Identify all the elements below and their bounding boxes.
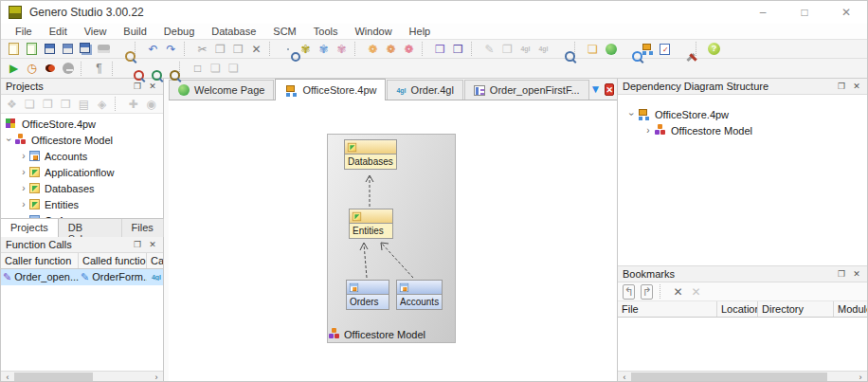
node-orders[interactable]: Orders bbox=[346, 280, 389, 310]
menu-help[interactable]: Help bbox=[401, 26, 440, 37]
open-file-icon[interactable] bbox=[23, 41, 41, 57]
scroll-left-icon[interactable]: ‹ bbox=[618, 372, 631, 382]
print-preview-icon[interactable] bbox=[113, 41, 131, 57]
tree-item-officestore-4pw[interactable]: OfficeStore.4pw bbox=[1, 116, 163, 132]
menu-scm[interactable]: SCM bbox=[264, 26, 304, 37]
menu-file[interactable]: File bbox=[7, 26, 41, 37]
menu-database[interactable]: Database bbox=[203, 26, 264, 37]
new-item-icon[interactable]: ❐ bbox=[39, 96, 57, 112]
menu-tools[interactable]: Tools bbox=[305, 26, 347, 37]
chevron-right-icon[interactable]: › bbox=[18, 183, 29, 193]
node-databases[interactable]: Databases bbox=[344, 139, 397, 170]
compile-icon[interactable]: ✾ bbox=[297, 41, 315, 57]
chevron-right-icon[interactable]: › bbox=[18, 167, 29, 177]
tree-item-officestore-model[interactable]: › Officestore Model bbox=[618, 122, 867, 138]
diagram-canvas[interactable]: Databases Entities Orders Accounts Offic… bbox=[169, 100, 617, 382]
minimize-button[interactable]: – bbox=[742, 1, 784, 24]
scroll-right-icon[interactable]: › bbox=[150, 372, 163, 382]
float-panel-icon[interactable]: ❐ bbox=[130, 82, 145, 91]
close-tab-icon[interactable]: ✕ bbox=[605, 83, 614, 96]
export-package-icon[interactable]: ❒ bbox=[449, 41, 467, 57]
schema-icon[interactable]: ▤ bbox=[75, 96, 93, 112]
bookmarks-hscrollbar[interactable]: ‹ › bbox=[618, 371, 867, 382]
help-icon[interactable] bbox=[705, 41, 723, 57]
column-called-function[interactable]: Called function bbox=[79, 253, 147, 268]
zoom-in-icon[interactable] bbox=[139, 61, 157, 77]
node-entities[interactable]: Entities bbox=[349, 209, 393, 239]
rebuild-icon[interactable]: ✾ bbox=[333, 41, 351, 57]
scroll-thumb[interactable] bbox=[14, 373, 93, 382]
node-accounts[interactable]: Accounts bbox=[396, 280, 443, 310]
chevron-right-icon[interactable]: › bbox=[18, 199, 29, 209]
column-module[interactable]: Module bbox=[834, 301, 867, 317]
zoom-out-icon[interactable] bbox=[121, 61, 139, 77]
save-as-icon[interactable] bbox=[59, 41, 77, 57]
delete-icon[interactable]: ✕ bbox=[247, 41, 265, 57]
tree-item-entities[interactable]: › Entities bbox=[1, 196, 163, 212]
function-calls-hscrollbar[interactable]: ‹ › bbox=[1, 371, 163, 382]
tab-list-dropdown-icon[interactable]: ▼ bbox=[590, 82, 602, 96]
scroll-right-icon[interactable]: › bbox=[854, 372, 867, 382]
new-4gl-icon[interactable]: 4gl bbox=[516, 41, 534, 57]
menu-edit[interactable]: Edit bbox=[41, 26, 76, 37]
column-file[interactable]: File bbox=[618, 301, 717, 317]
menu-window[interactable]: Window bbox=[346, 26, 400, 37]
preferences-icon[interactable] bbox=[674, 41, 692, 57]
file-browser-icon[interactable]: ❏ bbox=[584, 41, 602, 57]
chevron-down-icon[interactable]: › bbox=[626, 109, 637, 120]
find-icon[interactable] bbox=[552, 41, 570, 57]
tab-order-4gl[interactable]: 4gl Order.4gl bbox=[387, 80, 462, 100]
function-call-row[interactable]: ✎ Order_open... ✎ OrderForm... 4gl bbox=[1, 269, 163, 285]
zoom-100-icon[interactable] bbox=[157, 61, 175, 77]
scroll-thumb[interactable] bbox=[631, 373, 827, 382]
column-call[interactable]: Cal bbox=[147, 253, 163, 268]
rebuild-all-icon[interactable]: ❁ bbox=[400, 41, 418, 57]
cut-icon[interactable]: ✂ bbox=[193, 41, 211, 57]
redo-icon[interactable]: ↷ bbox=[162, 41, 180, 57]
scroll-left-icon[interactable]: ‹ bbox=[1, 372, 14, 382]
delete-all-bookmarks-icon[interactable]: ✕ bbox=[687, 283, 705, 300]
deploy-icon[interactable]: ◈ bbox=[93, 96, 111, 112]
menu-view[interactable]: View bbox=[76, 26, 116, 37]
save-icon[interactable] bbox=[41, 41, 59, 57]
stop-icon[interactable] bbox=[59, 61, 77, 77]
float-panel-icon[interactable]: ❐ bbox=[130, 240, 145, 249]
build-icon[interactable]: ✾ bbox=[315, 41, 333, 57]
close-panel-icon[interactable]: ✕ bbox=[145, 240, 160, 249]
search-in-files-icon[interactable] bbox=[620, 41, 638, 57]
formatting-marks-icon[interactable]: ¶ bbox=[90, 61, 108, 77]
close-button[interactable]: ✕ bbox=[825, 1, 867, 24]
tree-item-accounts[interactable]: › Accounts bbox=[1, 148, 163, 164]
menu-build[interactable]: Build bbox=[115, 26, 154, 37]
open-4gl-icon[interactable]: 4gl bbox=[534, 41, 552, 57]
tab-files[interactable]: Files bbox=[122, 219, 164, 237]
tree-item-applicationflow[interactable]: › Applicationflow bbox=[1, 164, 163, 180]
menu-debug[interactable]: Debug bbox=[155, 26, 203, 37]
print-icon[interactable] bbox=[95, 41, 113, 57]
float-panel-icon[interactable]: ❐ bbox=[834, 82, 849, 91]
undo-icon[interactable]: ↶ bbox=[144, 41, 162, 57]
select-shape-icon[interactable]: □ bbox=[189, 61, 207, 77]
scroll-track[interactable] bbox=[14, 372, 150, 382]
library-icon[interactable]: ◉ bbox=[142, 96, 160, 112]
delete-bookmark-icon[interactable]: ✕ bbox=[669, 283, 687, 300]
tab-order-openfirstf[interactable]: Order_openFirstF... bbox=[464, 80, 589, 100]
close-panel-icon[interactable]: ✕ bbox=[145, 82, 160, 91]
prev-bookmark-icon[interactable]: ↰ bbox=[620, 283, 638, 300]
group-icon[interactable]: ❏ bbox=[207, 61, 225, 77]
close-panel-icon[interactable]: ✕ bbox=[849, 269, 864, 279]
tree-item-officestore-4pw[interactable]: › OfficeStore.4pw bbox=[618, 106, 867, 122]
column-directory[interactable]: Directory bbox=[758, 301, 834, 317]
tab-projects[interactable]: Projects bbox=[1, 219, 59, 237]
welcome-icon[interactable] bbox=[602, 41, 620, 57]
save-all-icon[interactable] bbox=[77, 41, 95, 57]
open-item-icon[interactable]: ❒ bbox=[57, 96, 75, 112]
new-file-icon[interactable] bbox=[5, 41, 23, 57]
copy-icon[interactable]: ❐ bbox=[211, 41, 229, 57]
build-all-icon[interactable]: ❁ bbox=[382, 41, 400, 57]
report-writer-icon[interactable]: ❐ bbox=[498, 41, 516, 57]
new-package-icon[interactable]: ❏ bbox=[21, 96, 39, 112]
debug-icon[interactable] bbox=[41, 61, 59, 77]
paste-icon[interactable]: ❒ bbox=[229, 41, 247, 57]
model-label[interactable]: Officestore Model bbox=[328, 328, 425, 340]
